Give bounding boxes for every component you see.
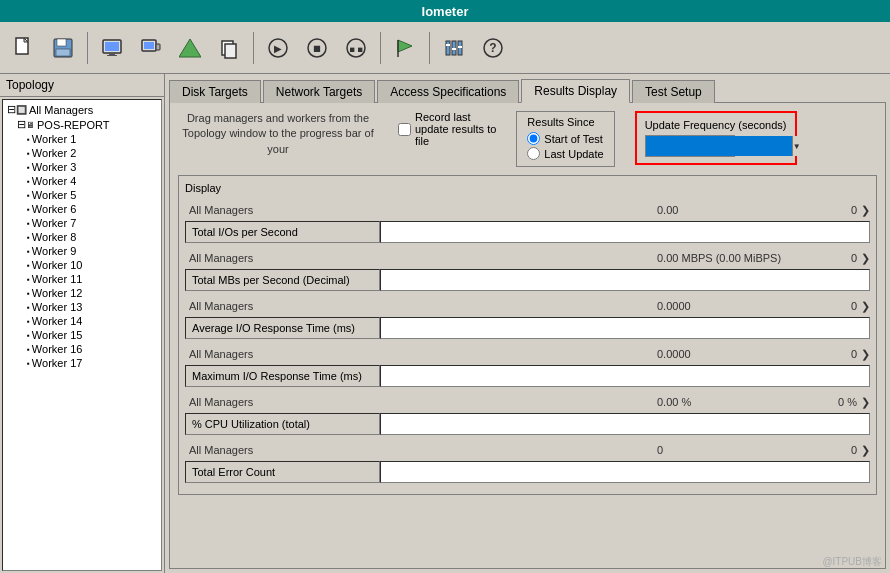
start-btn[interactable]: ▶ [260,30,296,66]
metric-total-ios: All Managers 0.00 0 ❯ Total I/Os per Sec… [185,200,870,244]
svg-rect-29 [458,46,462,48]
record-section: Record lastupdate results tofile [398,111,496,147]
tree-item-worker14[interactable]: ▪Worker 14 [5,314,159,328]
toolbar-sep4 [429,32,430,64]
targets-btn[interactable] [172,30,208,66]
tree-item-worker9[interactable]: ▪Worker 9 [5,244,159,258]
tree-item-worker13[interactable]: ▪Worker 13 [5,300,159,314]
tree-item-worker12[interactable]: ▪Worker 12 [5,286,159,300]
metric-header-total-mbs: All Managers 0.00 MBPS (0.00 MiBPS) 0 ❯ [185,248,870,268]
stop-all-btn[interactable]: ⏹⏹ [338,30,374,66]
metric-avg-io-response: All Managers 0.0000 0 ❯ Average I/O Resp… [185,296,870,340]
tree-item-worker3[interactable]: ▪Worker 3 [5,160,159,174]
record-checkbox-row: Record lastupdate results tofile [398,111,496,147]
tree-item-worker17[interactable]: ▪Worker 17 [5,356,159,370]
tree-item-worker2[interactable]: ▪Worker 2 [5,146,159,160]
tree-item-worker8[interactable]: ▪Worker 8 [5,230,159,244]
metric-arrow-total-error-count[interactable]: ❯ [861,444,870,457]
tab-results-display[interactable]: Results Display [521,79,630,103]
tab-test-setup[interactable]: Test Setup [632,80,715,103]
metric-arrow-total-ios[interactable]: ❯ [861,204,870,217]
metric-all-managers-total-ios: All Managers [185,204,657,216]
metric-arrow-cpu-utilization[interactable]: ❯ [861,396,870,409]
results-top-section: Drag managers and workers from the Topol… [178,111,877,167]
metrics-container: All Managers 0.00 0 ❯ Total I/Os per Sec… [185,200,870,484]
tab-disk-targets[interactable]: Disk Targets [169,80,261,103]
new-file-btn[interactable] [6,30,42,66]
record-label: Record lastupdate results tofile [415,111,496,147]
save-btn[interactable] [45,30,81,66]
last-update-label: Last Update [544,148,603,160]
svg-marker-12 [179,39,201,57]
last-update-radio[interactable] [527,147,540,160]
metric-cpu-utilization: All Managers 0.00 % 0 % ❯ % CPU Utilizat… [185,392,870,436]
svg-rect-3 [57,39,66,46]
metric-value-total-mbs: 0.00 MBPS (0.00 MiBPS) [657,252,817,264]
results-since-box: Results Since Start of Test Last Update [516,111,614,167]
metric-all-managers-cpu-utilization: All Managers [185,396,657,408]
tab-content-results-display: Drag managers and workers from the Topol… [169,102,886,569]
svg-rect-28 [452,48,456,50]
tree-item-worker16[interactable]: ▪Worker 16 [5,342,159,356]
results-since-label: Results Since [527,116,603,128]
metric-all-managers-total-mbs: All Managers [185,252,657,264]
tree-item-worker4[interactable]: ▪Worker 4 [5,174,159,188]
metric-value-avg-io-response: 0.0000 [657,300,817,312]
metric-header-total-ios: All Managers 0.00 0 ❯ [185,200,870,220]
tab-network-targets[interactable]: Network Targets [263,80,375,103]
metric-arrow-total-mbs[interactable]: ❯ [861,252,870,265]
config-btn[interactable] [436,30,472,66]
metric-name-row-max-io-response: Maximum I/O Response Time (ms) [185,364,870,388]
svg-rect-4 [56,49,70,56]
tree-item-pos-report[interactable]: ⊟ 🖥POS-REPORT [5,117,159,132]
drag-instruction-text: Drag managers and workers from the Topol… [182,112,373,155]
svg-rect-6 [105,42,119,51]
svg-rect-14 [225,44,236,58]
tree-item-worker5[interactable]: ▪Worker 5 [5,188,159,202]
metric-value-cpu-utilization: 0.00 % [657,396,817,408]
tabs-bar: Disk TargetsNetwork TargetsAccess Specif… [165,74,890,102]
copy-btn[interactable] [211,30,247,66]
update-freq-dropdown[interactable]: ▼ [645,135,735,157]
metric-name-box-total-ios: Total I/Os per Second [185,221,380,243]
stop-btn[interactable]: ⏹ [299,30,335,66]
start-of-test-radio[interactable] [527,132,540,145]
tree-item-worker6[interactable]: ▪Worker 6 [5,202,159,216]
metric-name-box-max-io-response: Maximum I/O Response Time (ms) [185,365,380,387]
tree-item-worker11[interactable]: ▪Worker 11 [5,272,159,286]
metric-all-managers-total-error-count: All Managers [185,444,657,456]
tree-item-all-managers[interactable]: ⊟ 🔲All Managers [5,102,159,117]
tree-item-worker10[interactable]: ▪Worker 10 [5,258,159,272]
metric-arrow-max-io-response[interactable]: ❯ [861,348,870,361]
topology-tree[interactable]: ⊟ 🔲All Managers ⊟ 🖥POS-REPORT ▪Worker 1 … [2,99,162,571]
dropdown-arrow-btn[interactable]: ▼ [792,136,801,156]
tree-item-worker7[interactable]: ▪Worker 7 [5,216,159,230]
metric-name-row-cpu-utilization: % CPU Utilization (total) [185,412,870,436]
worker-btn[interactable] [133,30,169,66]
svg-rect-11 [156,44,160,50]
tab-access-specs[interactable]: Access Specifications [377,80,519,103]
metric-name-row-total-mbs: Total MBs per Second (Decimal) [185,268,870,292]
svg-text:⏹: ⏹ [349,46,356,53]
app-title: Iometer [422,4,469,19]
help-btn[interactable]: ? [475,30,511,66]
record-checkbox[interactable] [398,123,411,136]
tree-item-worker1[interactable]: ▪Worker 1 [5,132,159,146]
metric-value2-avg-io-response: 0 [817,300,857,312]
metric-value2-total-error-count: 0 [817,444,857,456]
topology-header: Topology [0,74,164,97]
flag-btn[interactable] [387,30,423,66]
update-freq-input[interactable] [646,136,792,156]
svg-rect-27 [446,44,450,46]
metric-value-total-ios: 0.00 [657,204,817,216]
tree-item-worker15[interactable]: ▪Worker 15 [5,328,159,342]
metric-arrow-avg-io-response[interactable]: ❯ [861,300,870,313]
display-group-label: Display [185,182,870,194]
topology-panel: Topology ⊟ 🔲All Managers ⊟ 🖥POS-REPORT ▪… [0,74,165,573]
monitor-btn[interactable] [94,30,130,66]
svg-marker-22 [398,40,412,52]
metric-total-mbs: All Managers 0.00 MBPS (0.00 MiBPS) 0 ❯ … [185,248,870,292]
svg-rect-24 [446,41,450,55]
metric-all-managers-max-io-response: All Managers [185,348,657,360]
metric-total-error-count: All Managers 0 0 ❯ Total Error Count [185,440,870,484]
